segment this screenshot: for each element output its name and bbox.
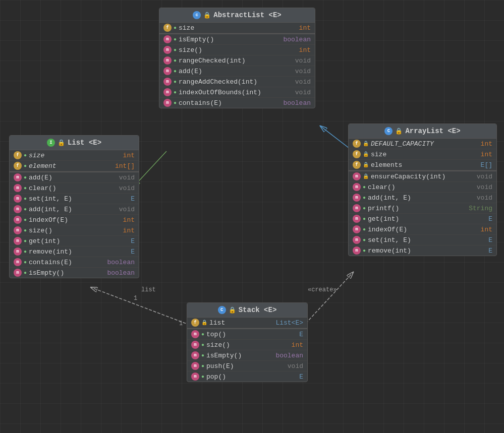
abstract-list-method-contains: m ● contains(E) boolean	[159, 98, 315, 108]
arraylist-method-add: m ● add(int, E) void	[349, 193, 496, 203]
method-name: set(int, E)	[368, 236, 486, 244]
method-name: rangeAddChecked(int)	[179, 78, 293, 86]
list-method-size: m ● size() int	[10, 225, 139, 236]
field-badge: f	[353, 161, 361, 169]
abstract-list-title: AbstractList <E>	[213, 11, 281, 19]
field-badge: f	[353, 150, 361, 158]
stack-method-pop: m ● pop() E	[187, 372, 307, 382]
stack-header-icon: 🔒	[229, 306, 236, 314]
field-name: elements	[371, 161, 479, 169]
method-type: void	[477, 183, 492, 191]
method-badge: m	[163, 67, 172, 75]
method-type: E	[488, 215, 492, 223]
method-type: void	[288, 362, 303, 370]
list-method-clear: m ● clear() void	[10, 183, 139, 194]
arraylist-title: ArrayList <E>	[405, 127, 460, 135]
access-icon: ●	[24, 228, 27, 233]
method-name: indexOutOfBounds(int)	[179, 89, 293, 96]
method-name: indexOf(E)	[29, 216, 121, 224]
method-badge: m	[163, 46, 172, 54]
method-badge: m	[14, 173, 22, 181]
list-method-add: m ● add(E) void	[10, 171, 139, 183]
arraylist-field-default-capacity: f 🔒 DEFAULT_CAPACITY int	[349, 139, 496, 149]
method-badge: m	[353, 236, 361, 244]
access-icon: ●	[174, 58, 177, 64]
list-field-size: f ● size int	[10, 150, 139, 161]
arraylist-box: C 🔒 ArrayList <E> f 🔒 DEFAULT_CAPACITY i…	[348, 123, 497, 256]
access-icon: ●	[24, 217, 27, 223]
method-type: void	[295, 89, 311, 96]
method-badge: m	[14, 205, 22, 213]
method-type: void	[295, 78, 311, 86]
access-icon: ●	[363, 184, 366, 190]
field-badge: f	[14, 151, 22, 159]
abstract-list-method-isempty: m ● isEmpty() boolean	[159, 33, 315, 45]
access-icon: ●	[174, 47, 177, 53]
method-type: void	[295, 57, 311, 65]
access-icon: ●	[201, 353, 204, 358]
list-header-icon: 🔒	[58, 139, 65, 147]
method-name: clear()	[29, 184, 117, 192]
field-name: DEFAULT_CAPACITY	[371, 140, 479, 148]
method-badge: m	[163, 78, 172, 86]
method-type: String	[469, 205, 492, 212]
access-icon: ●	[174, 25, 177, 31]
method-name: size()	[206, 341, 290, 349]
method-type: void	[119, 206, 135, 213]
method-badge: m	[14, 248, 22, 256]
field-badge: f	[353, 140, 361, 148]
access-icon: ●	[24, 175, 27, 180]
access-icon: ●	[24, 270, 27, 276]
abstract-list-header-icon: 🔒	[203, 12, 211, 19]
access-icon: ●	[174, 37, 177, 42]
method-badge: m	[353, 194, 361, 202]
method-name: pop()	[206, 373, 297, 381]
method-name: add(E)	[179, 68, 293, 75]
arraylist-field-size: f 🔒 size int	[349, 149, 496, 160]
stack-badge: C	[218, 306, 226, 314]
arraylist-method-clear: m ● clear() void	[349, 182, 496, 193]
access-icon: ●	[24, 249, 27, 255]
method-badge: m	[353, 246, 361, 255]
access-icon: 🔒	[363, 141, 369, 147]
method-badge: m	[353, 225, 361, 233]
method-name: contains(E)	[29, 259, 105, 266]
method-type: E	[299, 331, 303, 338]
multiplicity-1a: 1	[134, 295, 137, 302]
field-type: int	[299, 24, 311, 32]
access-icon: ●	[24, 207, 27, 212]
access-icon: ●	[174, 100, 177, 106]
stack-title: Stack <E>	[239, 306, 277, 314]
method-name: set(int, E)	[29, 195, 129, 203]
method-type: E	[488, 247, 492, 255]
access-icon: ●	[24, 163, 27, 169]
access-icon: ●	[363, 195, 366, 201]
access-icon: 🔒	[363, 151, 369, 157]
access-icon: 🔒	[363, 173, 369, 179]
abstract-list-method-rangechecked: m ● rangeChecked(int) void	[159, 55, 315, 66]
access-icon: ●	[363, 227, 366, 232]
method-name: isEmpty()	[206, 352, 273, 359]
method-name: size()	[179, 46, 297, 54]
abstract-list-badge: c	[193, 11, 201, 19]
abstract-list-method-rangeaddchecked: m ● rangeAddChecked(int) void	[159, 77, 315, 87]
access-icon: ●	[363, 237, 366, 243]
method-badge: m	[163, 88, 172, 96]
list-method-isempty: m ● isEmpty() boolean	[10, 268, 139, 278]
access-icon: ●	[201, 374, 204, 380]
method-name: remove(int)	[368, 247, 486, 255]
abstract-list-box: c 🔒 AbstractList <E> f ● size int m ● is…	[159, 8, 315, 108]
stack-method-top: m ● top() E	[187, 328, 307, 340]
access-icon: 🔒	[201, 320, 207, 326]
svg-line-3	[303, 272, 353, 327]
arraylist-method-printf: m ● printf() String	[349, 203, 496, 214]
method-type: E	[131, 248, 135, 256]
method-type: int	[123, 227, 135, 234]
stack-header: C 🔒 Stack <E>	[187, 303, 307, 318]
method-type: boolean	[275, 352, 303, 359]
field-type: List<E>	[275, 319, 303, 327]
method-type: boolean	[283, 99, 311, 107]
list-method-indexof: m ● indexOf(E) int	[10, 215, 139, 225]
method-type: void	[477, 173, 492, 180]
list-field-element: f ● element int[]	[10, 161, 139, 171]
